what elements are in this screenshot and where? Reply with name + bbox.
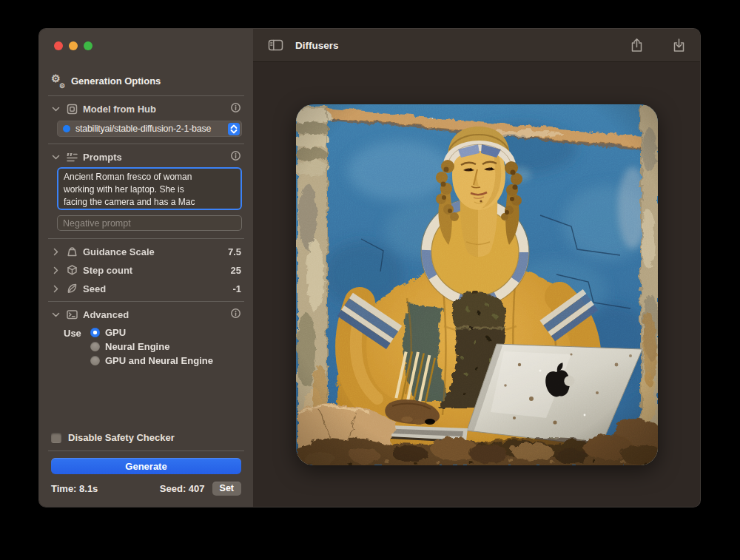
- generate-button[interactable]: Generate: [51, 458, 241, 474]
- seed-value: -1: [232, 283, 241, 294]
- leaf-icon: [65, 283, 78, 294]
- cube-icon: [65, 264, 78, 276]
- advanced-label: Advanced: [83, 309, 129, 320]
- divider: [48, 144, 244, 144]
- stepper-icon[interactable]: [228, 123, 240, 135]
- sidebar-bottom: Disable Safety Checker Generate Time: 8.…: [48, 432, 244, 496]
- toggle-sidebar-button[interactable]: [268, 38, 283, 52]
- chevron-down-icon[interactable]: [51, 105, 61, 113]
- image-canvas-area: [253, 62, 700, 507]
- disable-safety-checker-label: Disable Safety Checker: [68, 432, 175, 443]
- step-count-row: Step count 25: [51, 264, 241, 276]
- divider: [48, 301, 244, 302]
- radio-unselected-icon[interactable]: [90, 356, 100, 365]
- status-bar: Time: 8.1s Seed: 407 Set: [51, 482, 241, 496]
- radio-selected-icon[interactable]: [90, 328, 100, 337]
- guidance-scale-value: 7.5: [228, 246, 241, 257]
- time-status: Time: 8.1s: [51, 483, 98, 494]
- chevron-down-icon[interactable]: [51, 153, 61, 161]
- chevron-right-icon[interactable]: [51, 285, 61, 293]
- window-title: Diffusers: [295, 40, 339, 51]
- prompts-row: Prompts: [51, 151, 241, 163]
- seed-label: Seed: [83, 283, 106, 294]
- gears-icon: ⚙⚙: [51, 75, 64, 87]
- model-status-dot: [63, 125, 70, 132]
- model-from-hub-row: Model from Hub: [51, 103, 241, 115]
- divider: [48, 95, 244, 96]
- use-label: Use: [64, 327, 83, 365]
- disable-safety-checker-row[interactable]: Disable Safety Checker: [51, 432, 241, 443]
- generated-image: [296, 104, 658, 465]
- sidebar: ⚙⚙ Generation Options Model from Hub sta…: [39, 29, 253, 507]
- window-controls: [48, 29, 244, 50]
- radio-gpu-and-neural-engine[interactable]: GPU and Neural Engine: [90, 355, 213, 365]
- advanced-row: Advanced: [51, 308, 241, 320]
- step-count-label: Step count: [83, 265, 132, 276]
- radio-unselected-icon[interactable]: [90, 342, 100, 351]
- prompt-input[interactable]: Ancient Roman fresco of woman working wi…: [57, 167, 242, 210]
- seed-status: Seed: 407: [160, 483, 205, 494]
- info-icon[interactable]: [230, 150, 241, 163]
- generation-options-header: ⚙⚙ Generation Options: [51, 75, 241, 87]
- guidance-scale-row: Guidance Scale 7.5: [51, 246, 241, 257]
- share-button[interactable]: [630, 38, 643, 53]
- generation-options-title: Generation Options: [71, 75, 161, 87]
- model-from-hub-label: Model from Hub: [83, 104, 156, 115]
- radio-gpu[interactable]: GPU: [90, 327, 213, 337]
- info-icon[interactable]: [230, 102, 241, 115]
- main-panel: Diffusers: [253, 29, 700, 507]
- prompts-label: Prompts: [83, 152, 122, 163]
- divider: [48, 451, 244, 451]
- compute-unit-group: Use GPU Neural Engine GPU and Neural Eng…: [64, 327, 244, 365]
- seed-row: Seed -1: [51, 283, 241, 294]
- terminal-icon: [65, 308, 78, 320]
- chevron-down-icon[interactable]: [51, 311, 61, 319]
- close-window-button[interactable]: [54, 41, 63, 50]
- step-count-value: 25: [231, 265, 241, 276]
- radio-neural-engine-label: Neural Engine: [105, 341, 169, 352]
- weight-scale-icon: [65, 246, 78, 257]
- guidance-scale-label: Guidance Scale: [83, 246, 155, 257]
- set-seed-button[interactable]: Set: [212, 482, 241, 496]
- radio-gpu-and-neural-engine-label: GPU and Neural Engine: [105, 355, 213, 366]
- model-select[interactable]: stabilityai/stable-diffusion-2-1-base: [57, 121, 242, 137]
- minimize-window-button[interactable]: [69, 41, 78, 50]
- toolbar: Diffusers: [253, 29, 700, 62]
- model-select-value: stabilityai/stable-diffusion-2-1-base: [75, 124, 223, 134]
- negative-prompt-input[interactable]: [57, 215, 242, 231]
- fresco-artwork: [296, 104, 658, 465]
- divider: [48, 238, 244, 239]
- chip-icon: [65, 103, 78, 115]
- chevron-right-icon[interactable]: [51, 266, 61, 274]
- radio-gpu-label: GPU: [105, 327, 126, 338]
- disable-safety-checkbox[interactable]: [51, 433, 61, 443]
- zoom-window-button[interactable]: [84, 41, 92, 50]
- radio-neural-engine[interactable]: Neural Engine: [90, 341, 213, 351]
- save-image-button[interactable]: [673, 38, 685, 53]
- text-quote-icon: [65, 152, 78, 163]
- app-window: ⚙⚙ Generation Options Model from Hub sta…: [38, 28, 701, 507]
- info-icon[interactable]: [230, 308, 241, 321]
- chevron-right-icon[interactable]: [51, 248, 61, 256]
